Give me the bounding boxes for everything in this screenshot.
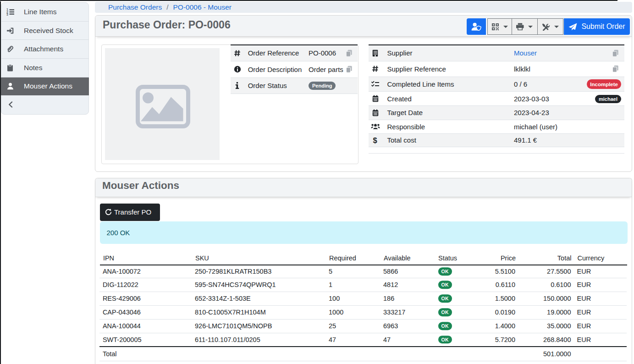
svg-text:3: 3 [6, 13, 8, 16]
svg-text:$: $ [373, 136, 377, 144]
